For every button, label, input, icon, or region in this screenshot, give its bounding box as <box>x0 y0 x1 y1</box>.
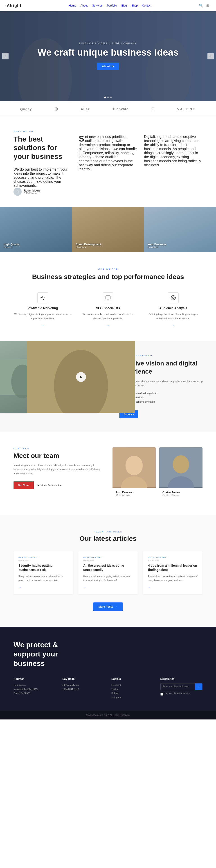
avatar-info: Roger Moore CEO Director <box>24 189 40 195</box>
footer-facebook[interactable]: Facebook <box>112 683 154 687</box>
feature-marketing-desc: We develop digital strategies, products … <box>13 312 72 320</box>
strip-subtitle-1: Products <box>4 246 20 248</box>
newsletter-input-wrapper: → <box>160 683 203 690</box>
footer-twitter[interactable]: Twitter <box>112 687 154 691</box>
video-label: Video Presentation <box>41 484 62 487</box>
article-arrow-3[interactable]: → <box>148 586 151 589</box>
feature-seo-arrow[interactable]: → <box>106 324 110 327</box>
nav-icons: 🔍 ⊞ <box>199 4 209 8</box>
nav-link-blog[interactable]: Blog <box>122 4 127 7</box>
avatar-row: R Roger Moore CEO Director <box>13 188 72 196</box>
team-section: OUR TEAM Meet our team Introducing our t… <box>0 432 216 515</box>
newsletter-checkbox-row: I agree to the Privacy Policy <box>160 692 203 695</box>
features-grid: Profitable Marketing We develop digital … <box>13 292 203 327</box>
search-icon[interactable]: 🔍 <box>199 4 203 8</box>
hero-dot-3[interactable] <box>110 97 112 98</box>
who-tag: WHO WE ARE <box>13 268 203 270</box>
play-icon: ▶ <box>38 484 39 487</box>
what-col2-text: Set new business priorities, outline pla… <box>79 135 137 171</box>
nav-link-contact[interactable]: Contact <box>142 4 151 7</box>
article-desc-3: Powerful and talented team is a key to s… <box>148 575 197 582</box>
hero-arrow-right[interactable]: › <box>208 53 214 59</box>
creative-images: ▶ <box>0 341 108 432</box>
articles-tag: RECENT ARTICLES <box>13 531 203 533</box>
article-tag-1: DEVELOPMENT <box>19 556 68 558</box>
nav-link-portfolio[interactable]: Portfolio <box>107 4 117 7</box>
hero-arrow-left[interactable]: ‹ <box>2 53 8 59</box>
what-tag: WHAT WE DO <box>13 130 203 132</box>
footer-address-line1: Germany — <box>13 683 56 687</box>
svg-point-19 <box>126 456 143 475</box>
logo-circle: ⊕ <box>54 106 58 112</box>
article-arrow-1[interactable]: → <box>19 586 21 589</box>
footer-phone[interactable]: +1840 841 25 69 <box>63 687 105 691</box>
team-heading: Meet our team <box>13 452 103 460</box>
footer-cta: We protect & support your business Addre… <box>0 627 216 711</box>
feature-marketing-arrow[interactable]: → <box>41 324 44 327</box>
newsletter-email-input[interactable] <box>161 683 195 690</box>
strip-item-2: Brand Development Strategies <box>72 207 144 252</box>
feature-audience-desc: Defining target audience for selling str… <box>144 312 203 320</box>
hero-section: Finance & Consulting Company We craft un… <box>0 11 216 101</box>
footer-col-address: Address Germany — Musterstraße Office 41… <box>13 677 56 700</box>
newsletter-check-text: I agree to the Privacy Policy <box>165 692 190 694</box>
article-date-1: May 16, 2022 <box>19 559 68 561</box>
nav-link-services[interactable]: Services <box>92 4 102 7</box>
footer-address-line3: Berlin, Da 80565 <box>13 691 56 695</box>
who-we-are-section: WHO WE ARE Business strategies and top p… <box>0 252 216 341</box>
footer-newsletter-title: Newsletter <box>160 677 203 681</box>
hero-content: Finance & Consulting Company We craft un… <box>37 42 178 70</box>
feature-audience-title: Audience Analysis <box>144 306 203 310</box>
footer-instagram[interactable]: Instagram <box>112 695 154 700</box>
nav-link-home[interactable]: Home <box>69 4 76 7</box>
hero-dot-2[interactable] <box>107 97 109 98</box>
what-heading: The best solutions for your business <box>13 135 72 161</box>
what-col1-text: We do our best to implement your ideas i… <box>13 167 72 188</box>
audience-icon <box>168 292 179 303</box>
avatar-name: Roger Moore <box>24 189 40 192</box>
strip-title-1: High-Quality <box>4 243 20 246</box>
video-presentation-link[interactable]: ▶ Video Presentation <box>38 484 62 487</box>
footer-cta-heading: We protect & support your business <box>13 640 81 669</box>
article-card-3: DEVELOPMENT May 16, 2022 4 tips from a m… <box>143 551 203 594</box>
strip-item-1: High-Quality Products <box>0 207 72 252</box>
article-arrow-2[interactable]: → <box>83 586 86 589</box>
ann-illustration <box>113 447 156 488</box>
logo-envato: ✦ envato <box>112 107 129 111</box>
newsletter-submit-button[interactable]: → <box>195 683 202 690</box>
ann-name: Ann Dowson <box>116 491 153 494</box>
article-date-2: May 16, 2022 <box>83 559 133 561</box>
hero-title: We craft unique business ideas <box>37 47 178 58</box>
footer-email[interactable]: info@email.com <box>63 683 105 687</box>
footer-dribble[interactable]: Dribble <box>112 691 154 695</box>
play-button[interactable]: ▶ <box>76 372 86 382</box>
nav-link-about[interactable]: About <box>81 4 88 7</box>
nav-logo[interactable]: Alright <box>7 3 21 8</box>
more-posts-label: More Posts <box>98 605 113 608</box>
strip-subtitle-2: Strategies <box>75 246 101 248</box>
our-team-button[interactable]: Our Team <box>13 481 34 489</box>
about-us-button[interactable]: About Us <box>97 63 119 70</box>
svg-point-8 <box>172 297 174 299</box>
more-posts-button[interactable]: More Posts → <box>93 602 123 611</box>
newsletter-checkbox[interactable] <box>160 693 163 695</box>
strip-title-2: Brand Development <box>75 243 101 246</box>
footer-socials-title: Socials <box>112 677 154 681</box>
team-card-claire: Claire Jones Creative Director <box>159 447 203 499</box>
svg-point-22 <box>173 455 189 473</box>
footer-bottom: AvalonThemes © 2022. All Rights Reserved… <box>0 711 216 719</box>
footer-col-newsletter: Newsletter → I agree to the Privacy Poli… <box>160 677 203 700</box>
hero-dot-1[interactable] <box>104 97 106 98</box>
nav-link-shop[interactable]: Shop <box>131 4 138 7</box>
strip-label-3: Your Business Consulting <box>148 243 166 248</box>
seo-icon <box>102 292 114 303</box>
articles-section: RECENT ARTICLES Our latest articles DEVE… <box>0 515 216 627</box>
what-col-3: Digitalizing trends and disruptive techn… <box>144 135 203 196</box>
claire-info: Claire Jones Creative Director <box>159 488 203 499</box>
logo-valent: VALENT <box>177 107 196 111</box>
strip-label-1: High-Quality Products <box>4 243 20 248</box>
ann-info: Ann Dowson Web Specialist <box>113 488 156 499</box>
article-desc-2: Here you will learn struggling to find s… <box>83 575 133 582</box>
grid-icon[interactable]: ⊞ <box>206 4 209 8</box>
feature-audience-arrow[interactable]: → <box>172 324 175 327</box>
